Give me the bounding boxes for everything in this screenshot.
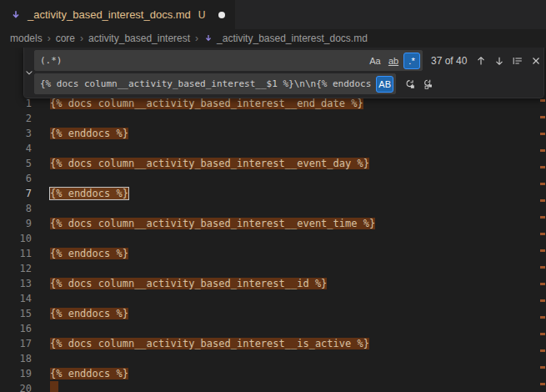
ruler-match-mark bbox=[540, 283, 545, 285]
line-number: 7 bbox=[0, 186, 32, 201]
editor-pane[interactable]: 1{% docs column__activity_based_interest… bbox=[0, 48, 546, 392]
find-row: (.*) Aa ab .* 37 of 40 bbox=[34, 50, 544, 71]
code-line[interactable]: 3{% enddocs %} bbox=[0, 126, 546, 141]
replace-icon bbox=[404, 78, 416, 90]
line-number: 13 bbox=[0, 276, 32, 291]
code-line[interactable]: 15{% enddocs %} bbox=[0, 306, 546, 321]
line-number: 19 bbox=[0, 366, 32, 381]
modified-indicator-dot[interactable] bbox=[218, 12, 225, 18]
find-in-selection-button[interactable] bbox=[508, 52, 526, 69]
line-number: 18 bbox=[0, 351, 32, 366]
find-match bbox=[50, 381, 58, 392]
breadcrumb-activity-based-interest[interactable]: activity_based_interest bbox=[88, 33, 190, 44]
ruler-match-mark bbox=[540, 133, 545, 135]
code-lines: 1{% docs column__activity_based_interest… bbox=[0, 48, 546, 392]
line-number: 9 bbox=[0, 216, 32, 231]
line-number: 8 bbox=[0, 201, 32, 216]
line-content: {% enddocs %} bbox=[50, 306, 128, 321]
markdown-file-icon bbox=[10, 9, 22, 21]
code-line[interactable]: 17{% docs column__activity_based_interes… bbox=[0, 336, 546, 351]
replace-button[interactable] bbox=[401, 75, 418, 93]
code-line[interactable]: 7{% enddocs %} bbox=[0, 186, 546, 201]
code-line[interactable]: 10 bbox=[0, 231, 546, 246]
close-find-button[interactable] bbox=[527, 52, 544, 69]
replace-input[interactable]: {% docs column__activity_based_interest_… bbox=[34, 73, 396, 94]
code-line[interactable]: 2 bbox=[0, 111, 546, 126]
git-status-badge: U bbox=[198, 9, 206, 21]
breadcrumb: models › core › activity_based_interest … bbox=[0, 29, 546, 48]
replace-input-value[interactable]: {% docs column__activity_based_interest_… bbox=[40, 78, 376, 89]
replace-all-button[interactable] bbox=[419, 75, 437, 93]
ruler-match-mark bbox=[540, 149, 545, 152]
replace-row: {% docs column__activity_based_interest_… bbox=[34, 73, 544, 94]
line-number: 14 bbox=[0, 291, 32, 306]
ruler-match-mark bbox=[540, 299, 545, 302]
line-number: 6 bbox=[0, 171, 32, 186]
whole-word-toggle[interactable]: ab bbox=[385, 53, 402, 69]
find-match: {% enddocs %} bbox=[50, 308, 128, 319]
match-count: 37 of 40 bbox=[431, 55, 467, 67]
next-match-button[interactable] bbox=[490, 52, 508, 69]
breadcrumb-file[interactable]: _activity_based_interest_docs.md bbox=[203, 33, 368, 44]
replace-all-icon bbox=[423, 78, 434, 90]
ruler-match-mark bbox=[540, 216, 545, 219]
line-number: 5 bbox=[0, 156, 32, 171]
find-input[interactable]: (.*) Aa ab .* bbox=[34, 50, 423, 71]
line-number: 3 bbox=[0, 126, 32, 141]
breadcrumb-separator: › bbox=[48, 33, 51, 44]
ruler-match-mark bbox=[540, 266, 545, 269]
ruler-match-mark bbox=[540, 183, 545, 185]
breadcrumb-separator: › bbox=[195, 33, 198, 44]
vscode-window: _activity_based_interest_docs.md U model… bbox=[0, 0, 546, 392]
regex-toggle[interactable]: .* bbox=[403, 53, 420, 69]
code-line[interactable]: 5{% docs column__activity_based_interest… bbox=[0, 156, 546, 171]
overview-ruler[interactable] bbox=[539, 48, 546, 392]
code-line[interactable]: 9{% docs column__activity_based_interest… bbox=[0, 216, 546, 231]
code-line[interactable]: 20 bbox=[0, 381, 546, 392]
line-content: {% enddocs %} bbox=[50, 246, 128, 261]
line-content bbox=[50, 381, 58, 392]
find-input-value[interactable]: (.*) bbox=[40, 55, 367, 66]
line-content: {% enddocs %} bbox=[50, 366, 128, 381]
find-match-current: {% enddocs %} bbox=[50, 188, 128, 199]
find-match: {% docs column__activity_based_interest_… bbox=[50, 278, 327, 289]
ruler-match-mark bbox=[540, 333, 545, 335]
preserve-case-toggle[interactable]: AB bbox=[376, 76, 393, 93]
line-number: 16 bbox=[0, 321, 32, 336]
code-line[interactable]: 18 bbox=[0, 351, 546, 366]
ruler-match-mark bbox=[540, 249, 545, 252]
editor-tab[interactable]: _activity_based_interest_docs.md U bbox=[0, 0, 236, 29]
breadcrumb-models[interactable]: models bbox=[10, 33, 43, 44]
markdown-file-icon bbox=[203, 33, 213, 43]
arrow-down-icon bbox=[493, 55, 505, 67]
code-line[interactable]: 16 bbox=[0, 321, 546, 336]
code-line[interactable]: 6 bbox=[0, 171, 546, 186]
ruler-match-mark bbox=[540, 116, 545, 118]
ruler-match-mark bbox=[540, 366, 545, 369]
find-match: {% docs column__activity_based_interest_… bbox=[50, 158, 369, 169]
line-content: {% enddocs %} bbox=[50, 126, 128, 141]
line-number: 4 bbox=[0, 141, 32, 156]
ruler-match-mark bbox=[540, 316, 545, 319]
code-line[interactable]: 14 bbox=[0, 291, 546, 306]
code-line[interactable]: 4 bbox=[0, 141, 546, 156]
code-line[interactable]: 19{% enddocs %} bbox=[0, 366, 546, 381]
code-line[interactable]: 11{% enddocs %} bbox=[0, 246, 546, 261]
ruler-match-mark bbox=[540, 349, 545, 352]
line-content: {% docs column__activity_based_interest_… bbox=[50, 156, 369, 171]
find-replace-widget: (.*) Aa ab .* 37 of 40 bbox=[23, 48, 544, 98]
find-match: {% docs column__activity_based_interest_… bbox=[50, 338, 369, 349]
toggle-replace-button[interactable] bbox=[24, 50, 34, 94]
find-match: {% enddocs %} bbox=[50, 128, 128, 139]
ruler-match-mark bbox=[540, 383, 545, 385]
line-number: 2 bbox=[0, 111, 32, 126]
close-icon bbox=[530, 55, 542, 67]
code-line[interactable]: 13{% docs column__activity_based_interes… bbox=[0, 276, 546, 291]
line-content: {% docs column__activity_based_interest_… bbox=[50, 336, 369, 351]
selection-lines-icon bbox=[512, 55, 523, 67]
match-case-toggle[interactable]: Aa bbox=[367, 53, 383, 69]
code-line[interactable]: 8 bbox=[0, 201, 546, 216]
previous-match-button[interactable] bbox=[472, 52, 489, 69]
breadcrumb-core[interactable]: core bbox=[56, 33, 75, 44]
code-line[interactable]: 12 bbox=[0, 261, 546, 276]
